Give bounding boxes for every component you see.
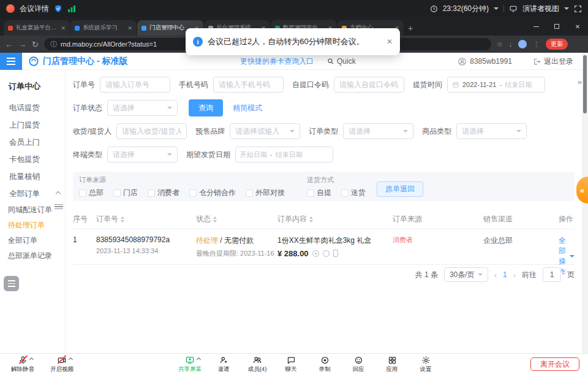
page-size-select[interactable]: 30条/页 bbox=[444, 267, 488, 282]
sidebar-collapse-handle[interactable] bbox=[55, 202, 63, 211]
terminal-type-select[interactable]: 请选择 bbox=[107, 147, 178, 162]
share-options-chevron-icon[interactable] bbox=[197, 357, 201, 362]
view-mode-selector[interactable]: 演讲者视图 bbox=[522, 4, 559, 14]
quick-label: Quick bbox=[337, 57, 356, 66]
close-button[interactable]: ✕ bbox=[567, 17, 588, 36]
sort-icon[interactable] bbox=[309, 216, 313, 223]
checkbox-self-pickup[interactable]: 自提 bbox=[307, 188, 331, 198]
total-count: 共 1 条 bbox=[415, 270, 438, 280]
checkbox-warehouse[interactable]: 仓分销合作 bbox=[189, 188, 236, 198]
coupon-query-link[interactable]: 更快捷的券卡查询入口 bbox=[240, 56, 314, 67]
members-button[interactable]: 成员(4) bbox=[241, 355, 274, 373]
col-source: 订单来源 bbox=[393, 214, 478, 224]
meeting-details-button[interactable]: 会议详情 bbox=[20, 4, 49, 14]
start-video-button[interactable]: 开启视频 bbox=[45, 355, 78, 373]
tab-close-icon[interactable]: ✕ bbox=[127, 25, 132, 31]
fullscreen-icon[interactable] bbox=[574, 5, 582, 13]
simple-mode-link[interactable]: 精简模式 bbox=[233, 103, 262, 113]
checkbox-store[interactable]: 门店 bbox=[113, 188, 138, 198]
panel-collapse-icon[interactable]: » bbox=[578, 77, 581, 86]
search-button[interactable]: 查询 bbox=[189, 99, 223, 116]
order-number[interactable]: 83859345088979792a bbox=[96, 235, 191, 244]
checkbox-hq[interactable]: 总部 bbox=[79, 188, 104, 198]
record-button[interactable]: 录制 bbox=[308, 355, 341, 373]
toast-close-icon[interactable]: ✕ bbox=[386, 37, 393, 46]
timer-dropdown-icon[interactable] bbox=[494, 7, 499, 10]
mic-options-chevron-icon[interactable] bbox=[29, 357, 33, 362]
quick-search[interactable]: Quick bbox=[327, 57, 356, 66]
apps-button[interactable]: 应用 bbox=[375, 355, 409, 373]
receiver-input[interactable] bbox=[116, 123, 187, 139]
sidebar-item-phone-pickup[interactable]: 电话提货 bbox=[0, 99, 65, 116]
checkbox-external[interactable]: 外部对接 bbox=[246, 188, 285, 198]
tab-favicon bbox=[75, 26, 80, 31]
browser-tab[interactable]: 系统娱乐学习 ✕ bbox=[70, 20, 137, 36]
video-options-chevron-icon[interactable] bbox=[69, 357, 73, 362]
site-info-icon[interactable]: ⓘ bbox=[50, 40, 57, 49]
browser-tab[interactable]: 礼盒宴扬平台管理中心 ✕ bbox=[4, 20, 70, 36]
row-content-cell: 1份XX生鲜羊肉礼盒3kg 礼盒 ¥ 288.00 bbox=[277, 235, 388, 258]
pickup-deadline: 最晚自提期限: 2023-11-16 bbox=[196, 249, 273, 258]
sidebar-item-pending-orders[interactable]: 待处理订单 bbox=[0, 218, 65, 233]
menu-hamburger-button[interactable] bbox=[0, 53, 22, 70]
download-icon[interactable]: ↓ bbox=[509, 40, 513, 48]
phone-input[interactable] bbox=[213, 77, 284, 93]
sidebar-group-all-orders[interactable]: 全部订单 bbox=[0, 185, 65, 202]
settings-button[interactable]: 设置 bbox=[409, 355, 442, 373]
share-screen-button[interactable]: 共享屏幕 bbox=[173, 355, 206, 373]
reactions-button[interactable]: 回应 bbox=[342, 355, 375, 373]
order-status-select[interactable]: 请选择 bbox=[107, 100, 178, 116]
prev-page-button[interactable]: ‹ bbox=[494, 270, 497, 280]
sort-icon[interactable] bbox=[121, 216, 124, 223]
col-content[interactable]: 订单内容 bbox=[277, 214, 388, 224]
invite-button[interactable]: 邀请 bbox=[207, 355, 240, 373]
refresh-button[interactable]: ↻ bbox=[32, 40, 39, 49]
order-no-input[interactable] bbox=[100, 77, 170, 93]
chat-button[interactable]: 聊天 bbox=[274, 355, 307, 373]
original-order-return-button[interactable]: 原单退回 bbox=[377, 181, 423, 197]
bookmark-star-icon[interactable]: ☆ bbox=[497, 40, 503, 48]
search-icon bbox=[327, 58, 334, 65]
sidebar-item-card-pickup[interactable]: 卡包提货 bbox=[0, 151, 65, 168]
sort-icon[interactable] bbox=[213, 216, 217, 223]
order-type-select[interactable]: 请选择 bbox=[343, 123, 413, 139]
unmute-button[interactable]: 解除静音 bbox=[6, 355, 39, 373]
brand-select[interactable]: 请选择或输入 bbox=[230, 123, 300, 139]
browser-menu-icon[interactable]: ⋮ bbox=[533, 40, 540, 48]
quick-menu-button[interactable] bbox=[4, 276, 19, 291]
scrollbar-thumb[interactable] bbox=[583, 55, 587, 113]
pickup-date-range[interactable]: 2022-11-21 - 结束日期 bbox=[447, 77, 545, 93]
sidebar-item-all-orders[interactable]: 全部订单 bbox=[0, 233, 65, 248]
next-page-button[interactable]: › bbox=[513, 270, 516, 280]
checkbox-consumer[interactable]: 消费者 bbox=[148, 188, 179, 198]
goods-type-select[interactable]: 请选择 bbox=[456, 123, 527, 139]
maximize-button[interactable] bbox=[546, 17, 567, 36]
browser-update-button[interactable]: 更新 bbox=[546, 39, 568, 50]
user-account[interactable]: 8385wb1991 bbox=[458, 57, 512, 66]
expect-date-label: 期望发货日期 bbox=[186, 150, 230, 160]
expect-date-range[interactable]: 开始日期 - 结束日期 bbox=[235, 147, 333, 162]
goto-page-input[interactable] bbox=[543, 267, 561, 282]
checkbox-delivery[interactable]: 送货 bbox=[341, 188, 366, 198]
new-tab-button[interactable]: + bbox=[408, 23, 413, 33]
logout-button[interactable]: 退出登录 bbox=[533, 56, 573, 67]
minimize-button[interactable] bbox=[526, 17, 546, 36]
col-order-no[interactable]: 订单号 bbox=[96, 214, 191, 224]
sidebar-item-hq-dispatch[interactable]: 总部派单记录 bbox=[0, 248, 65, 264]
pickup-code-input[interactable] bbox=[334, 77, 404, 93]
browser-profile-avatar[interactable] bbox=[518, 40, 527, 48]
table-row[interactable]: 1 83859345088979792a 2023-11-13 14:33:34… bbox=[73, 231, 575, 265]
leave-meeting-button[interactable]: 离开会议 bbox=[530, 357, 579, 371]
back-button[interactable]: ← bbox=[5, 40, 13, 49]
meeting-timer[interactable]: 23:32(60分钟) bbox=[443, 4, 489, 14]
sidebar-item-door-pickup[interactable]: 上门提货 bbox=[0, 116, 65, 134]
forward-button[interactable]: → bbox=[18, 40, 26, 49]
sidebar-item-batch-verify[interactable]: 批量核销 bbox=[0, 168, 65, 185]
sidebar-item-member-visit[interactable]: 会员上门 bbox=[0, 134, 65, 151]
current-page[interactable]: 1 bbox=[503, 270, 507, 279]
col-status[interactable]: 状态 bbox=[196, 214, 273, 224]
view-mode-dropdown-icon[interactable] bbox=[564, 7, 569, 10]
tab-close-icon[interactable]: ✕ bbox=[61, 25, 66, 31]
pickup-start-date: 2022-11-21 bbox=[462, 81, 496, 88]
members-icon bbox=[252, 356, 262, 365]
